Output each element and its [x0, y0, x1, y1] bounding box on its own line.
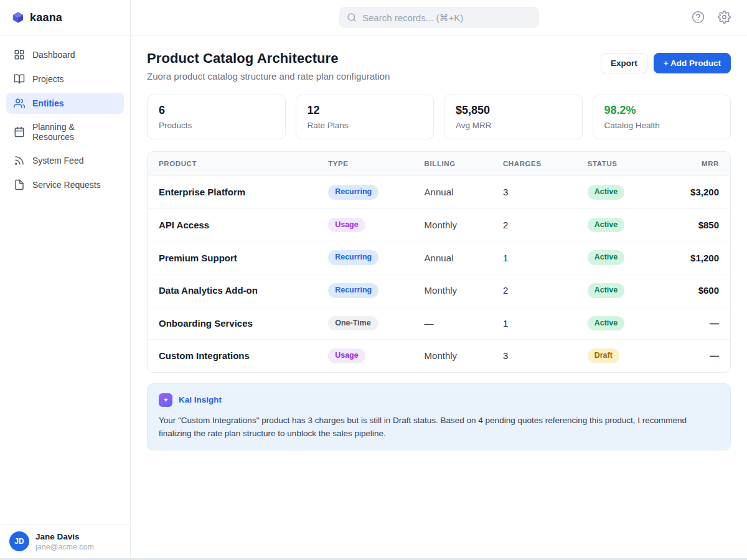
type-cell: One-Time [328, 307, 424, 340]
export-button[interactable]: Export [601, 53, 647, 73]
user-email: jane@acme.com [35, 543, 94, 551]
app-window: kaana Dashboard Projects Entities [0, 0, 747, 558]
type-cell: Recurring [328, 241, 424, 274]
rss-icon [14, 155, 25, 166]
charges-cell: 3 [503, 176, 588, 209]
status-cell: Draft [588, 340, 669, 372]
brand-logo: kaana [0, 0, 130, 35]
stat-card-catalog-health: 98.2% Catalog Health [593, 95, 731, 139]
mrr-cell: $850 [669, 208, 730, 241]
billing-cell: Annual [425, 241, 503, 274]
status-badge: Draft [588, 348, 619, 363]
column-header-product: PRODUCT [148, 152, 328, 176]
status-cell: Active [588, 307, 669, 340]
user-profile[interactable]: JD Jane Davis jane@acme.com [0, 524, 130, 558]
status-cell: Active [588, 176, 669, 209]
sidebar-item-service-requests[interactable]: Service Requests [6, 174, 124, 195]
status-cell: Active [588, 274, 669, 307]
charges-cell: 2 [503, 274, 588, 307]
avatar: JD [9, 531, 29, 551]
status-badge: Active [588, 218, 625, 233]
type-badge: Usage [328, 218, 365, 233]
book-icon [14, 73, 25, 85]
help-button[interactable] [691, 11, 705, 24]
status-badge: Active [588, 316, 625, 331]
page-content: Product Catalog Architecture Zuora produ… [131, 35, 747, 558]
sidebar-item-entities[interactable]: Entities [6, 93, 124, 114]
column-header-type: TYPE [328, 152, 424, 176]
stat-card-products: 6 Products [147, 95, 286, 139]
mrr-cell: $3,200 [669, 176, 730, 209]
column-header-charges: CHARGES [503, 152, 588, 176]
mrr-cell: $600 [669, 274, 730, 307]
insight-title: Kai Insight [179, 395, 222, 404]
column-header-billing: BILLING [425, 152, 503, 176]
table-row[interactable]: Data Analytics Add-on Recurring Monthly … [148, 274, 730, 307]
stat-card-avg-mrr: $5,850 Avg MRR [444, 95, 583, 139]
product-name-cell: Premium Support [148, 241, 328, 274]
page-subtitle: Zuora product catalog structure and rate… [147, 71, 390, 82]
billing-cell: Monthly [425, 208, 503, 241]
sidebar-item-system-feed[interactable]: System Feed [6, 150, 124, 171]
column-header-mrr: MRR [669, 152, 730, 176]
type-badge: Recurring [328, 250, 378, 265]
sidebar-item-label: System Feed [32, 156, 83, 166]
page-title: Product Catalog Architecture [147, 50, 390, 67]
kai-insight-panel: Kai Insight Your "Custom Integrations" p… [147, 383, 731, 450]
search-icon [347, 12, 357, 22]
table-row[interactable]: Premium Support Recurring Annual 1 Activ… [148, 241, 730, 274]
insight-body: Your "Custom Integrations" product has 3… [159, 414, 719, 441]
sidebar-item-label: Entities [32, 98, 64, 108]
search-box[interactable] [339, 7, 539, 28]
type-badge: Usage [328, 348, 365, 363]
brand-name: kaana [30, 11, 62, 24]
table-row[interactable]: Enterprise Platform Recurring Annual 3 A… [148, 176, 730, 209]
status-badge: Active [588, 250, 625, 265]
type-cell: Usage [328, 208, 424, 241]
products-table: PRODUCT TYPE BILLING CHARGES STATUS MRR … [147, 151, 731, 373]
calendar-icon [14, 126, 25, 138]
product-name-cell: Custom Integrations [148, 340, 328, 372]
charges-cell: 3 [503, 340, 588, 372]
type-cell: Usage [328, 340, 424, 372]
main-area: Product Catalog Architecture Zuora produ… [131, 0, 747, 558]
sidebar-item-label: Dashboard [32, 50, 75, 60]
stat-value: 6 [159, 104, 274, 117]
topbar-actions [691, 11, 731, 24]
billing-cell: Annual [425, 176, 503, 209]
product-name-cell: Data Analytics Add-on [148, 274, 328, 307]
table-header-row: PRODUCT TYPE BILLING CHARGES STATUS MRR [148, 152, 730, 176]
type-badge: Recurring [328, 283, 378, 298]
mrr-cell: — [669, 307, 730, 340]
topbar [131, 0, 747, 35]
sidebar-item-projects[interactable]: Projects [6, 68, 124, 90]
billing-cell: Monthly [425, 340, 503, 372]
document-icon [14, 179, 25, 190]
column-header-status: STATUS [588, 152, 669, 176]
sidebar-item-label: Projects [32, 74, 64, 84]
stat-value: 98.2% [604, 104, 720, 117]
stat-label: Catalog Health [604, 121, 720, 130]
sidebar-item-label: Planning & Resources [32, 122, 116, 142]
table-row[interactable]: API Access Usage Monthly 2 Active $850 [148, 208, 730, 241]
settings-button[interactable] [717, 11, 731, 24]
table-row[interactable]: Custom Integrations Usage Monthly 3 Draf… [148, 340, 730, 372]
mrr-cell: — [669, 340, 730, 372]
user-name: Jane Davis [35, 532, 94, 541]
search-input[interactable] [362, 12, 531, 23]
type-cell: Recurring [328, 274, 424, 307]
table-row[interactable]: Onboarding Services One-Time — 1 Active … [148, 307, 730, 340]
mrr-cell: $1,200 [669, 241, 730, 274]
stat-value: $5,850 [456, 104, 571, 117]
product-name-cell: API Access [148, 208, 328, 241]
sidebar-item-planning-resources[interactable]: Planning & Resources [6, 117, 124, 147]
stat-label: Avg MRR [456, 121, 571, 130]
status-cell: Active [588, 241, 669, 274]
dashboard-grid-icon [14, 49, 25, 60]
sidebar-item-dashboard[interactable]: Dashboard [6, 44, 124, 65]
add-product-button[interactable]: + Add Product [654, 53, 731, 73]
stat-label: Rate Plans [308, 121, 423, 130]
status-badge: Active [588, 185, 625, 200]
charges-cell: 2 [503, 208, 588, 241]
stat-value: 12 [308, 104, 423, 117]
